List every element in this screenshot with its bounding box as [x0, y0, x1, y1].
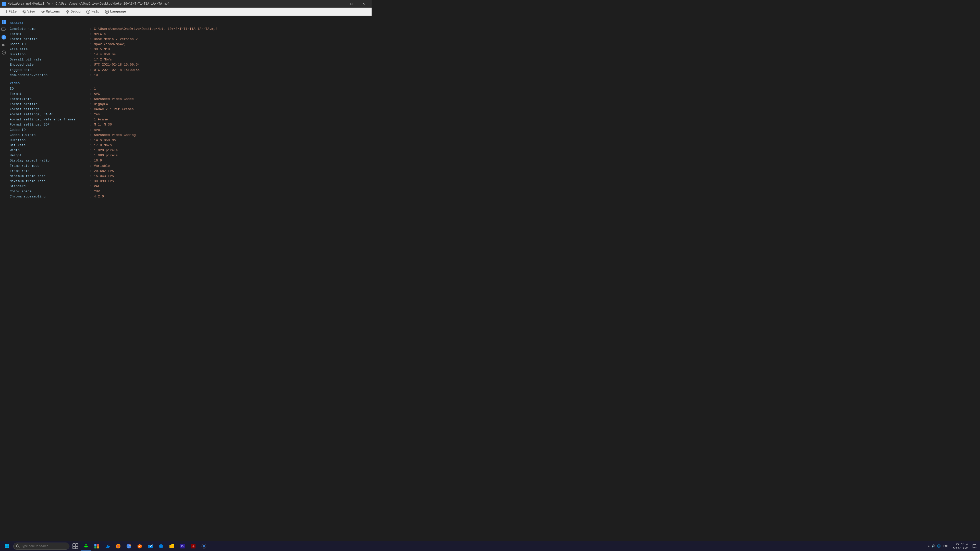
svg-rect-15: [2, 28, 5, 30]
field-key: Chroma subsampling: [10, 194, 89, 198]
field-separator: :: [89, 127, 94, 133]
svg-rect-14: [4, 22, 6, 24]
field-key: Standard: [10, 184, 89, 189]
field-key: Codec ID: [10, 127, 89, 133]
field-key: Width: [10, 148, 89, 153]
general-field-row: Format : MPEG-4: [10, 32, 369, 37]
field-separator: :: [89, 92, 94, 97]
file-icon: [3, 10, 8, 14]
window-title: MediaArea.net/MediaInfo - C:\Users\mesho…: [8, 2, 169, 6]
field-value: 29.682 FPS: [94, 168, 114, 174]
general-section-header: General: [10, 21, 369, 26]
field-separator: :: [89, 174, 94, 179]
field-value: Variable: [94, 164, 110, 168]
field-separator: :: [89, 52, 94, 57]
video-field-row: Bit rate : 17.0 Mb/s: [10, 143, 369, 148]
general-field-row: com.android.version : 10: [10, 73, 369, 78]
svg-point-7: [67, 11, 68, 11]
field-separator: :: [89, 62, 94, 67]
video-field-row: Codec ID : avc1: [10, 127, 369, 133]
menu-options[interactable]: Options: [38, 8, 62, 15]
field-key: Complete name: [10, 27, 89, 32]
field-key: Color space: [10, 189, 89, 194]
field-separator: :: [89, 68, 94, 73]
video-field-row: Color space : YUV: [10, 189, 369, 194]
svg-text:i: i: [3, 35, 4, 39]
video-field-row: Format settings, CABAC : Yes: [10, 112, 369, 117]
video-field-row: Format profile : High@L4: [10, 102, 369, 107]
video-field-row: Format settings, Reference frames : 1 Fr…: [10, 117, 369, 122]
field-value: 15.043 FPS: [94, 174, 114, 179]
field-value: UTC 2021-02-18 15:00:54: [94, 62, 140, 67]
field-value: High@L4: [94, 102, 108, 107]
view-icon: [22, 10, 26, 14]
general-field-row: Overall bit rate : 17.2 Mb/s: [10, 57, 369, 62]
sidebar-audio-icon[interactable]: [1, 42, 7, 48]
field-key: Format settings, Reference frames: [10, 117, 89, 122]
menu-help[interactable]: ? Help: [84, 8, 102, 15]
field-separator: :: [89, 164, 94, 168]
titlebar-left: i MediaArea.net/MediaInfo - C:\Users\mes…: [2, 2, 169, 6]
field-key: Encoded date: [10, 62, 89, 67]
field-key: ID: [10, 86, 89, 91]
options-icon: [41, 10, 45, 14]
content-area: General Complete name : C:\Users\mesho\O…: [8, 18, 372, 196]
video-field-row: Format settings : CABAC / 1 Ref Frames: [10, 107, 369, 112]
sidebar-video-icon[interactable]: [1, 27, 7, 33]
svg-rect-13: [2, 22, 3, 24]
field-separator: :: [89, 133, 94, 138]
video-field-row: Format : AVC: [10, 92, 369, 97]
video-field-row: Frame rate : 29.682 FPS: [10, 168, 369, 174]
sidebar-extra-icon[interactable]: [1, 49, 7, 56]
video-field-row: Minimum frame rate : 15.043 FPS: [10, 174, 369, 179]
field-separator: :: [89, 184, 94, 189]
field-key: Format settings: [10, 107, 89, 112]
video-field-row: Codec ID/Info : Advanced Video Coding: [10, 133, 369, 138]
field-value: 16:9: [94, 158, 102, 163]
close-button[interactable]: ✕: [358, 0, 369, 8]
video-fields: ID : 1 Format : AVC Format/Info : Advanc…: [10, 86, 369, 198]
menu-debug[interactable]: Debug: [63, 8, 83, 15]
field-key: Codec ID/Info: [10, 133, 89, 138]
field-separator: :: [89, 102, 94, 107]
field-value: 14 s 858 ms: [94, 138, 116, 143]
field-separator: :: [89, 42, 94, 47]
field-key: Height: [10, 153, 89, 158]
general-field-row: Duration : 14 s 858 ms: [10, 52, 369, 57]
video-field-row: Format/Info : Advanced Video Codec: [10, 97, 369, 102]
minimize-button[interactable]: —: [333, 0, 345, 8]
svg-point-4: [23, 10, 26, 13]
menu-file[interactable]: File: [1, 8, 19, 15]
window-controls: — □ ✕: [333, 0, 369, 8]
field-key: Bit rate: [10, 143, 89, 148]
field-separator: :: [89, 57, 94, 62]
sidebar: i: [0, 18, 8, 196]
menu-language[interactable]: Language: [102, 8, 128, 15]
general-field-row: Complete name : C:\Users\mesho\OneDrive\…: [10, 27, 369, 32]
field-key: Frame rate: [10, 168, 89, 174]
field-value: AVC: [94, 92, 100, 97]
field-separator: :: [89, 117, 94, 122]
svg-point-3: [24, 11, 25, 13]
field-value: 10: [94, 73, 98, 78]
svg-rect-12: [4, 20, 6, 22]
field-separator: :: [89, 189, 94, 194]
field-value: YUV: [94, 189, 100, 194]
general-field-row: Format profile : Base Media / Version 2: [10, 37, 369, 42]
field-key: Format profile: [10, 37, 89, 42]
maximize-button[interactable]: □: [345, 0, 357, 8]
field-value: 1: [94, 86, 96, 91]
field-value: Base Media / Version 2: [94, 37, 138, 42]
file-label: File: [9, 10, 17, 14]
video-field-row: Height : 1 080 pixels: [10, 153, 369, 158]
field-value: MPEG-4: [94, 32, 106, 37]
sidebar-general-icon[interactable]: [1, 19, 7, 25]
language-label: Language: [110, 10, 126, 14]
sidebar-info-icon[interactable]: i: [1, 34, 7, 40]
field-value: 1 080 pixels: [94, 153, 118, 158]
field-value: Advanced Video Codec: [94, 97, 134, 102]
field-key: Format settings, GOP: [10, 122, 89, 127]
help-label: Help: [91, 10, 99, 14]
menu-view[interactable]: View: [20, 8, 38, 15]
help-icon: ?: [86, 10, 90, 14]
